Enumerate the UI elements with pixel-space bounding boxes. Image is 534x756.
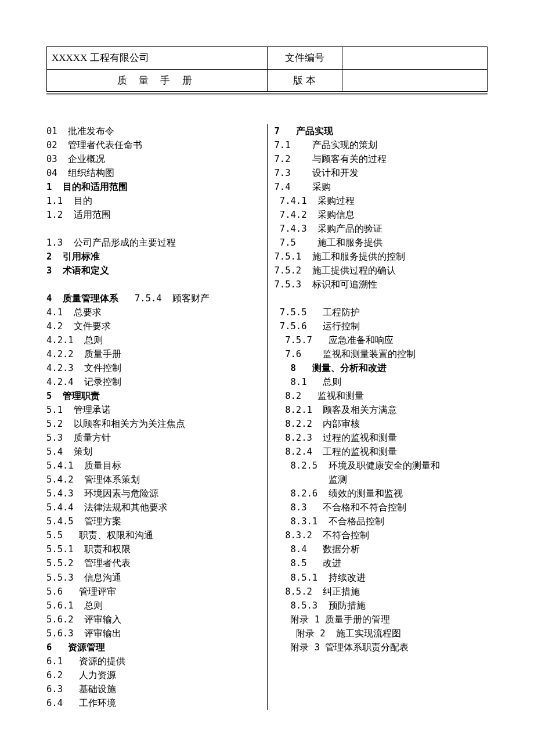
header-rule — [46, 93, 488, 95]
toc-line: 5.3 质量方针 — [46, 431, 260, 445]
toc-line: 5.6.3 评审输出 — [46, 627, 260, 640]
toc-line: 7.5 施工和服务提供 — [275, 236, 488, 250]
toc-line: 8.2.5 环境及职健康安全的测量和 — [275, 459, 488, 473]
toc-line: 附录 1 质量手册的管理 — [275, 613, 488, 627]
toc-line: 6.4 工作环境 — [46, 696, 260, 710]
toc-line: 5.5.1 职责和权限 — [46, 542, 260, 556]
toc-line: 5.5 职责、权限和沟通 — [46, 528, 260, 542]
toc-line: 4.2.2 质量手册 — [46, 347, 260, 361]
version-label: 版 本 — [267, 69, 342, 92]
toc-line: 3 术语和定义 — [46, 264, 260, 278]
toc-line: 5.4.5 管理方案 — [46, 514, 260, 528]
toc-line: 8 测量、分析和改进 — [275, 361, 488, 375]
toc-line: 7.4.3 采购产品的验证 — [275, 222, 488, 236]
toc-line: 8.5.3 预防措施 — [275, 599, 488, 613]
toc-line: 1.2 适用范围 — [46, 208, 260, 222]
toc-line: 8.1 总则 — [275, 375, 488, 389]
doc-no-label: 文件编号 — [267, 47, 342, 70]
toc-line: 5.4.4 法律法规和其他要求 — [46, 501, 260, 514]
toc-line: 5.4.1 质量目标 — [46, 459, 260, 473]
toc-line: 5.5.2 管理者代表 — [46, 556, 260, 570]
toc-line: 4 质量管理体系 7.5.4 顾客财产 — [46, 291, 260, 305]
toc-line: 5.6 管理评审 — [46, 585, 260, 599]
toc-line: 6.1 资源的提供 — [46, 654, 260, 668]
toc-line: 8.2.6 绩效的测量和监视 — [275, 487, 488, 501]
toc-line: 附录 3 管理体系职责分配表 — [275, 640, 488, 654]
toc-line: 7.5.6 运行控制 — [275, 319, 488, 333]
version-value — [342, 69, 487, 92]
toc-line: 8.4 数据分析 — [275, 542, 488, 556]
toc-line: 4.2.1 总则 — [46, 333, 260, 347]
header-table: XXXXX 工程有限公司 文件编号 质 量 手 册 版 本 — [46, 46, 488, 92]
toc-line: 4.2.3 文件控制 — [46, 361, 260, 375]
toc-line: 4.1 总要求 — [46, 305, 260, 319]
toc-line: 1.1 目的 — [46, 194, 260, 208]
toc-line: 8.2.3 过程的监视和测量 — [275, 431, 488, 445]
toc-line — [275, 291, 488, 305]
toc: 01 批准发布令02 管理者代表任命书03 企业概况04 组织结构图1 目的和适… — [46, 124, 488, 710]
toc-line: 8.3 不合格和不符合控制 — [275, 501, 488, 514]
toc-line: 监测 — [275, 473, 488, 487]
toc-line: 8.2.2 内部审核 — [275, 417, 488, 431]
company-name: XXXXX 工程有限公司 — [47, 47, 268, 70]
toc-line: 7.3 设计和开发 — [275, 166, 488, 180]
toc-line: 8.5 改进 — [275, 556, 488, 570]
toc-line: 7.1 产品实现的策划 — [275, 138, 488, 152]
doc-title: 质 量 手 册 — [47, 69, 268, 92]
toc-line: 6 资源管理 — [46, 640, 260, 654]
toc-line: 7.4 采购 — [275, 180, 488, 194]
toc-line: 7.2 与顾客有关的过程 — [275, 152, 488, 166]
toc-line: 7.4.1 采购过程 — [275, 194, 488, 208]
toc-line: 7.5.1 施工和服务提供的控制 — [275, 250, 488, 264]
toc-line: 4.2.4 记录控制 — [46, 375, 260, 389]
toc-line: 1 目的和适用范围 — [46, 180, 260, 194]
toc-line: 1.3 公司产品形成的主要过程 — [46, 236, 260, 250]
toc-line: 7.5.3 标识和可追溯性 — [275, 278, 488, 291]
toc-line: 8.2.4 工程的监视和测量 — [275, 445, 488, 459]
toc-line: 8.2.1 顾客及相关方满意 — [275, 403, 488, 417]
toc-line: 8.3.2 不符合控制 — [275, 528, 488, 542]
toc-line: 6.2 人力资源 — [46, 668, 260, 682]
toc-line — [46, 278, 260, 291]
toc-line: 8.5.2 纠正措施 — [275, 585, 488, 599]
toc-line: 7.5.2 施工提供过程的确认 — [275, 264, 488, 278]
doc-no-value — [342, 47, 487, 70]
toc-line: 5.2 以顾客和相关方为关注焦点 — [46, 417, 260, 431]
toc-line: 7.6 监视和测量装置的控制 — [275, 347, 488, 361]
toc-line: 8.2 监视和测量 — [275, 389, 488, 403]
toc-line: 2 引用标准 — [46, 250, 260, 264]
page: XXXXX 工程有限公司 文件编号 质 量 手 册 版 本 01 批准发布令02… — [0, 0, 534, 756]
toc-line: 5.5.3 信息沟通 — [46, 571, 260, 585]
toc-column-right: 7 产品实现7.1 产品实现的策划7.2 与顾客有关的过程7.3 设计和开发7.… — [268, 124, 488, 710]
toc-line: 7.5.5 工程防护 — [275, 305, 488, 319]
toc-line: 5.4.3 环境因素与危险源 — [46, 487, 260, 501]
toc-line: 02 管理者代表任命书 — [46, 138, 260, 152]
toc-column-left: 01 批准发布令02 管理者代表任命书03 企业概况04 组织结构图1 目的和适… — [46, 124, 268, 710]
toc-line: 8.5.1 持续改进 — [275, 571, 488, 585]
toc-line: 7.4.2 采购信息 — [275, 208, 488, 222]
toc-line: 4.2 文件要求 — [46, 319, 260, 333]
toc-line: 附录 2 施工实现流程图 — [275, 627, 488, 640]
toc-line: 5.6.1 总则 — [46, 599, 260, 613]
toc-line: 5 管理职责 — [46, 389, 260, 403]
toc-line: 03 企业概况 — [46, 152, 260, 166]
toc-line: 04 组织结构图 — [46, 166, 260, 180]
toc-line: 7.5.7 应急准备和响应 — [275, 333, 488, 347]
toc-line: 5.1 管理承诺 — [46, 403, 260, 417]
toc-line: 6.3 基础设施 — [46, 682, 260, 696]
toc-line — [46, 222, 260, 236]
toc-line: 5.4.2 管理体系策划 — [46, 473, 260, 487]
toc-line: 5.4 策划 — [46, 445, 260, 459]
toc-line: 01 批准发布令 — [46, 124, 260, 138]
toc-line: 5.6.2 评审输入 — [46, 613, 260, 627]
toc-line: 8.3.1 不合格品控制 — [275, 514, 488, 528]
toc-line: 7 产品实现 — [275, 124, 488, 138]
